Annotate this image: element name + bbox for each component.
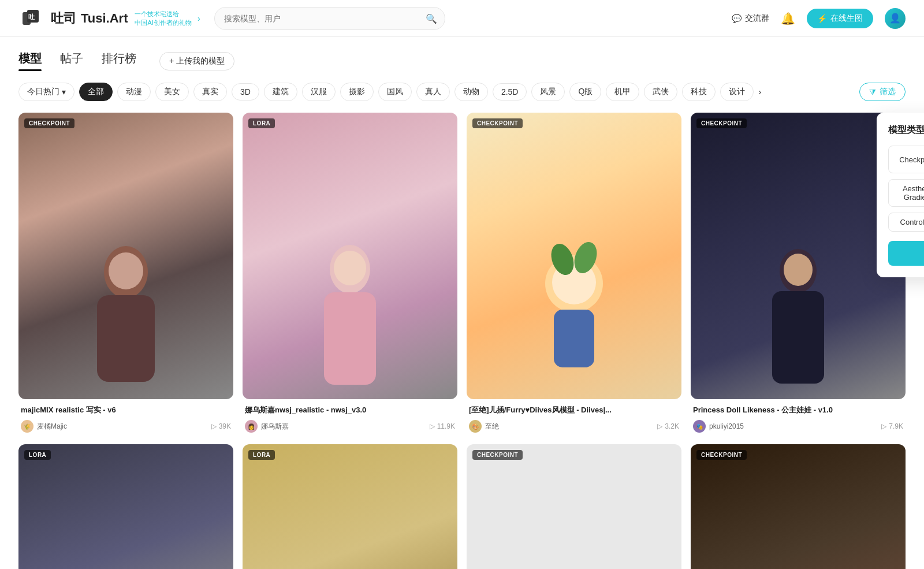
filter-real-person[interactable]: 真人 (416, 83, 450, 101)
model-thumbnail-4: LORA (18, 444, 233, 569)
author-avatar-1: 👩 (245, 420, 258, 433)
logo-arrow-icon: › (198, 14, 200, 23)
model-image-1 (243, 113, 457, 399)
search-bar[interactable]: 🔍 (214, 7, 445, 30)
svg-rect-10 (554, 310, 594, 367)
model-title-1: 娜乌斯嘉nwsj_realistic - nwsj_v3.0 (245, 405, 455, 415)
filter-bar: 今日热门 ▾ 全部 动漫 美女 真实 3D 建筑 汉服 摄影 国风 真人 动物 … (18, 83, 906, 101)
main-content: 模型 帖子 排行榜 + 上传我的模型 今日热门 ▾ 全部 动漫 美女 真实 3D… (0, 37, 924, 569)
logo-cn-text: 吐司 (51, 10, 76, 27)
svg-rect-7 (324, 292, 376, 385)
model-info-0: majicMIX realistic 写实 - v6 🌾 麦橘Majic ▷ 3… (18, 399, 233, 435)
notification-bell-icon[interactable]: 🔔 (781, 12, 795, 25)
play-icon-1: ▷ (430, 422, 435, 430)
chat-icon: 💬 (732, 14, 742, 23)
model-author-2: 🎨 至绝 (469, 420, 499, 433)
model-image-3 (691, 113, 906, 399)
popup-tag-aesthetic-gradient[interactable]: Aesthetic Gradient (888, 179, 924, 207)
logo-icon: 吐 (18, 5, 46, 32)
model-downloads-2: ▷ 3.2K (657, 422, 679, 430)
filter-hanfu[interactable]: 汉服 (302, 83, 336, 101)
lightning-icon: ⚡ (817, 14, 827, 23)
filter-more-icon[interactable]: › (758, 87, 761, 96)
author-avatar-2: 🎨 (469, 420, 482, 433)
model-type-popup: 模型类型 Checkpoint Textual Inversion Hyper … (877, 113, 924, 277)
tab-nav: 模型 帖子 排行榜 + 上传我的模型 (18, 51, 906, 71)
filter-realistic[interactable]: 真实 (193, 83, 227, 101)
logo[interactable]: 吐 吐司 Tusi.Art 一个技术宅送给 中国AI创作者的礼物 › (18, 5, 200, 32)
model-card-4[interactable]: LORA 汉服少女 Hanfu Girl 👤 用户A (18, 444, 233, 569)
svg-rect-4 (97, 295, 155, 382)
model-card-7[interactable]: CHECKPOINT 古风美人 Ancient Beauty v2.0 (691, 444, 906, 569)
filter-button[interactable]: ⧩ 筛选 (859, 83, 906, 101)
model-card-0[interactable]: CHECKPOINT majicMIX realistic 写实 - v6 🌾 … (18, 113, 233, 435)
svg-point-16 (784, 254, 813, 286)
filter-icon: ⧩ (869, 87, 876, 97)
model-card-6[interactable]: CHECKPOINT 国风写实模型 Chinese Style v1.5 👤 用… (467, 444, 681, 569)
model-meta-3: 🎭 pkuliyi2015 ▷ 7.9K (693, 420, 903, 433)
filter-hot-today[interactable]: 今日热门 ▾ (18, 83, 74, 101)
popup-clear-button[interactable]: 清除 (888, 241, 924, 266)
search-input[interactable] (214, 7, 445, 30)
model-meta-2: 🎨 至绝 ▷ 3.2K (469, 420, 679, 433)
filter-landscape[interactable]: 风景 (531, 83, 565, 101)
svg-rect-15 (772, 291, 824, 384)
filter-wuxia[interactable]: 武侠 (644, 83, 677, 101)
svg-point-5 (109, 252, 143, 289)
header: 吐 吐司 Tusi.Art 一个技术宅送给 中国AI创作者的礼物 › 🔍 💬 交… (0, 0, 924, 37)
model-title-3: Princess Doll Likeness - 公主娃娃 - v1.0 (693, 405, 903, 415)
model-info-3: Princess Doll Likeness - 公主娃娃 - v1.0 🎭 p… (691, 399, 906, 435)
model-card-2[interactable]: CHECKPOINT [至绝]儿插/Furry♥Diives风模型 - Diiv… (467, 113, 681, 435)
tab-ranking[interactable]: 排行榜 (102, 51, 136, 71)
filter-design[interactable]: 设计 (720, 83, 754, 101)
popup-tag-controlnet[interactable]: ControlNet (888, 213, 924, 232)
filter-beauty[interactable]: 美女 (155, 83, 189, 101)
logo-subtitle: 一个技术宅送给 中国AI创作者的礼物 (135, 10, 191, 27)
model-meta-0: 🌾 麦橘Majic ▷ 39K (21, 420, 231, 433)
model-downloads-0: ▷ 39K (211, 422, 231, 430)
filter-photography[interactable]: 摄影 (340, 83, 374, 101)
model-thumbnail-2: CHECKPOINT (467, 113, 681, 399)
model-info-1: 娜乌斯嘉nwsj_realistic - nwsj_v3.0 👩 娜乌斯嘉 ▷ … (243, 399, 457, 435)
model-image-6 (467, 444, 681, 569)
filter-3d[interactable]: 3D (232, 83, 259, 101)
filter-anime[interactable]: 动漫 (117, 83, 151, 101)
tab-models[interactable]: 模型 (18, 51, 42, 71)
model-title-0: majicMIX realistic 写实 - v6 (21, 405, 231, 415)
model-author-0: 🌾 麦橘Majic (21, 420, 67, 433)
logo-en-text: Tusi.Art (81, 11, 128, 26)
model-downloads-3: ▷ 7.9K (881, 422, 903, 430)
model-thumbnail-7: CHECKPOINT (691, 444, 906, 569)
upload-model-button[interactable]: + 上传我的模型 (159, 52, 234, 70)
model-image-5 (243, 444, 457, 569)
model-meta-1: 👩 娜乌斯嘉 ▷ 11.9K (245, 420, 455, 433)
filter-guofeng[interactable]: 国风 (378, 83, 412, 101)
popup-tag-checkpoint[interactable]: Checkpoint (888, 146, 924, 173)
filter-animal[interactable]: 动物 (454, 83, 488, 101)
model-author-3: 🎭 pkuliyi2015 (693, 420, 744, 433)
chat-group-button[interactable]: 💬 交流群 (732, 13, 769, 24)
model-card-5[interactable]: LORA 猫耳少女 Cat Ear Girl v2 👤 (243, 444, 457, 569)
filter-tech[interactable]: 科技 (682, 83, 716, 101)
user-avatar[interactable]: 👤 (885, 8, 906, 29)
filter-mecha[interactable]: 机甲 (606, 83, 639, 101)
model-thumbnail-5: LORA (243, 444, 457, 569)
header-actions: 💬 交流群 🔔 ⚡ 在线生图 👤 (732, 8, 906, 29)
model-thumbnail-0: CHECKPOINT (18, 113, 233, 399)
filter-architecture[interactable]: 建筑 (264, 83, 297, 101)
filter-2-5d[interactable]: 2.5D (493, 83, 527, 101)
model-downloads-1: ▷ 11.9K (430, 422, 455, 430)
model-image-4 (18, 444, 233, 569)
model-card-1[interactable]: LORA 娜乌斯嘉nwsj_realistic - nwsj_v3.0 👩 娜乌… (243, 113, 457, 435)
play-icon-0: ▷ (211, 422, 217, 430)
model-card-3[interactable]: CHECKPOINT Princess Doll Likeness - 公主娃娃… (691, 113, 906, 435)
tab-posts[interactable]: 帖子 (60, 51, 83, 71)
model-info-2: [至绝]儿插/Furry♥Diives风模型 - Diives|... 🎨 至绝… (467, 399, 681, 435)
dropdown-chevron-icon: ▾ (62, 87, 66, 96)
author-avatar-3: 🎭 (693, 420, 706, 433)
model-thumbnail-3: CHECKPOINT (691, 113, 906, 399)
filter-chibi[interactable]: Q版 (569, 83, 601, 101)
filter-all[interactable]: 全部 (79, 83, 113, 101)
online-generate-button[interactable]: ⚡ 在线生图 (807, 9, 873, 28)
model-author-1: 👩 娜乌斯嘉 (245, 420, 289, 433)
